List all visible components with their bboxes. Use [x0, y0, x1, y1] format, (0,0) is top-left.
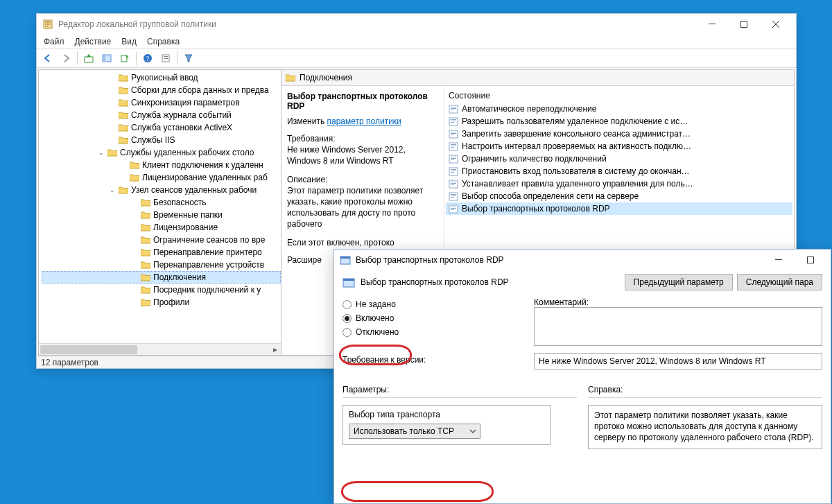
- svg-rect-22: [451, 119, 456, 120]
- svg-rect-27: [451, 133, 456, 134]
- requirements-label: Требования:: [287, 134, 336, 144]
- prev-setting-button[interactable]: Предыдущий параметр: [625, 274, 733, 290]
- minimize-button[interactable]: [696, 14, 728, 35]
- tree-item[interactable]: Ограничение сеансов по вре: [42, 234, 281, 246]
- folder-icon: [141, 198, 150, 207]
- tree-item-label: Ограничение сеансов по вре: [153, 235, 265, 245]
- setting-item[interactable]: Приостановить вход пользователя в систем…: [446, 165, 792, 177]
- maximize-button[interactable]: [728, 14, 760, 35]
- tree-item[interactable]: Служба журнала событий: [42, 109, 281, 121]
- version-requirements-label: Требования к версии:: [343, 353, 523, 370]
- svg-rect-34: [451, 157, 456, 157]
- tree-item-label: Рукописный ввод: [131, 73, 198, 82]
- folder-icon: [119, 73, 128, 82]
- setting-item[interactable]: Настроить интервал проверяемых на активн…: [446, 140, 792, 153]
- tree-item[interactable]: Временные папки: [42, 209, 281, 221]
- menu-view[interactable]: Вид: [121, 37, 137, 46]
- svg-rect-58: [343, 279, 354, 281]
- radio-icon: [343, 328, 352, 337]
- svg-rect-45: [449, 193, 458, 200]
- tree-item[interactable]: Перенаправление устройств: [42, 259, 281, 271]
- svg-rect-37: [449, 168, 458, 175]
- setting-item[interactable]: Автоматическое переподключение: [446, 103, 792, 115]
- tree-item[interactable]: Сборки для сбора данных и предва: [42, 84, 281, 96]
- close-button[interactable]: [760, 14, 792, 35]
- transport-type-combo[interactable]: Использовать только TCP: [349, 424, 480, 439]
- radio-icon: [343, 314, 352, 323]
- policy-setting-icon: [449, 191, 458, 201]
- tree-item-label: Лицензирование: [153, 223, 218, 232]
- setting-item[interactable]: Выбор способа определения сети на сервер…: [446, 190, 792, 202]
- dialog-subtitle: Выбор транспортных протоколов RDP: [361, 277, 509, 287]
- svg-rect-32: [451, 147, 454, 148]
- next-setting-button[interactable]: Следующий пара: [737, 274, 822, 290]
- tree-item-label: Служба журнала событий: [131, 110, 232, 120]
- svg-rect-51: [451, 208, 456, 209]
- svg-rect-39: [451, 171, 456, 171]
- tree-expander-icon[interactable]: ⌄: [97, 149, 105, 157]
- setting-item[interactable]: Запретить завершение консольного сеанса …: [446, 128, 792, 140]
- setting-item[interactable]: Выбор транспортных протоколов RDP: [446, 202, 792, 215]
- svg-rect-41: [449, 180, 458, 188]
- radio-not-configured[interactable]: Не задано: [343, 297, 523, 311]
- column-header-state[interactable]: Состояние: [446, 89, 792, 103]
- forward-button[interactable]: [58, 51, 74, 66]
- tree-item[interactable]: Безопасность: [42, 196, 281, 209]
- svg-rect-29: [449, 143, 458, 150]
- combo-value: Использовать только TCP: [354, 426, 454, 436]
- dialog-titlebar[interactable]: Выбор транспортных протоколов RDP: [334, 250, 831, 270]
- up-button[interactable]: [80, 51, 97, 66]
- folder-icon: [107, 148, 117, 157]
- policy-setting-icon: [449, 116, 458, 126]
- policy-dialog: Выбор транспортных протоколов RDP Выбор …: [333, 249, 831, 504]
- tree-expander-icon[interactable]: ⌄: [108, 186, 116, 194]
- tree-item[interactable]: Лицензирование: [42, 221, 281, 234]
- menu-action[interactable]: Действие: [75, 37, 112, 46]
- help-button[interactable]: ?: [139, 51, 156, 66]
- tree-item[interactable]: ⌄Узел сеансов удаленных рабочи: [42, 184, 281, 196]
- folder-icon: [119, 136, 128, 144]
- tree-item-label: Синхронизация параметров: [131, 98, 240, 107]
- titlebar[interactable]: Редактор локальной групповой политики: [37, 14, 796, 35]
- menu-help[interactable]: Справка: [147, 37, 180, 46]
- folder-icon: [286, 73, 295, 82]
- tree-item[interactable]: Посредник подключений к у: [42, 284, 281, 296]
- show-hide-tree-button[interactable]: [98, 51, 115, 66]
- scroll-right-icon[interactable]: ▸: [269, 345, 281, 355]
- svg-text:?: ?: [146, 55, 150, 62]
- folder-icon: [119, 98, 128, 107]
- tree-item[interactable]: Перенаправление принтеро: [42, 246, 281, 259]
- tree-item[interactable]: Лицензирование удаленных раб: [42, 171, 281, 184]
- version-requirements-value: Не ниже Windows Server 2012, Windows 8 и…: [534, 353, 822, 370]
- tree-item[interactable]: Подключения: [42, 271, 281, 284]
- tree-item[interactable]: Служба установки ActiveX: [42, 121, 281, 134]
- tree-item[interactable]: Службы IIS: [42, 134, 281, 146]
- setting-item[interactable]: Разрешить пользователям удаленное подклю…: [446, 115, 792, 128]
- tree-item[interactable]: Клиент подключения к удаленн: [42, 159, 281, 171]
- tree-item[interactable]: Синхронизация параметров: [42, 96, 281, 109]
- tree-item[interactable]: Профили: [42, 296, 281, 309]
- radio-enabled[interactable]: Включено: [343, 311, 523, 325]
- filter-button[interactable]: [180, 51, 197, 66]
- folder-icon: [141, 211, 150, 219]
- setting-item[interactable]: Устанавливает правила удаленного управле…: [446, 177, 792, 190]
- policy-setting-icon: [449, 204, 458, 214]
- setting-item[interactable]: Ограничить количество подключений: [446, 153, 792, 165]
- path-header: Подключения: [281, 70, 794, 86]
- back-button[interactable]: [40, 51, 56, 66]
- menu-file[interactable]: Файл: [44, 37, 64, 46]
- tree-item[interactable]: Рукописный ввод: [42, 71, 281, 84]
- tree-item[interactable]: ⌄Службы удаленных рабочих столо: [42, 146, 281, 159]
- export-button[interactable]: [116, 51, 133, 66]
- comment-textarea[interactable]: [534, 307, 822, 346]
- dialog-minimize-button[interactable]: [763, 250, 795, 270]
- radio-disabled[interactable]: Отключено: [343, 325, 523, 339]
- edit-policy-link[interactable]: параметр политики: [327, 116, 401, 126]
- dialog-maximize-button[interactable]: [795, 250, 826, 270]
- tree-pane[interactable]: Рукописный вводСборки для сбора данных и…: [38, 69, 281, 356]
- tree-hscrollbar[interactable]: ◂ ▸: [39, 343, 281, 355]
- description-text: Этот параметр политики позволяет указать…: [287, 186, 423, 229]
- properties-button[interactable]: [157, 51, 174, 66]
- scroll-thumb[interactable]: [40, 345, 137, 354]
- svg-rect-20: [451, 110, 454, 110]
